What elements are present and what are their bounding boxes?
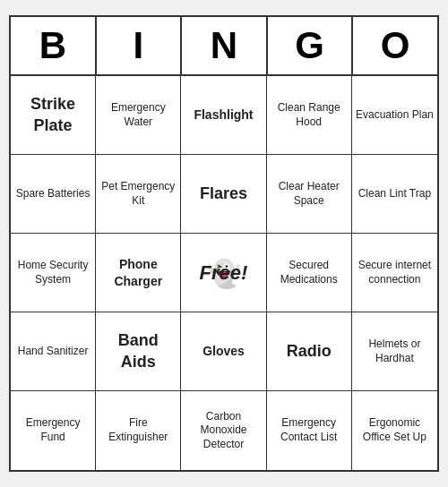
bingo-cell: Emergency Contact List bbox=[267, 391, 352, 470]
bingo-letter: G bbox=[268, 17, 354, 74]
bingo-cell: Strike Plate bbox=[11, 76, 96, 155]
bingo-cell: Emergency Water bbox=[96, 76, 181, 155]
bingo-cell: Clear Heater Space bbox=[267, 155, 352, 234]
cell-label: Spare Batteries bbox=[16, 187, 90, 201]
bingo-cell: Fire Extinguisher bbox=[96, 391, 181, 470]
free-label: Free! bbox=[200, 261, 248, 285]
bingo-cell: Band Aids bbox=[96, 312, 181, 391]
bingo-cell: Gloves bbox=[181, 312, 266, 391]
cell-label: Flashlight bbox=[194, 107, 253, 123]
cell-label: Home Security System bbox=[14, 259, 91, 286]
cell-label: Evacuation Plan bbox=[356, 108, 434, 123]
cell-label: Hand Sanitizer bbox=[18, 345, 89, 359]
cell-label: Band Aids bbox=[99, 330, 177, 372]
cell-label: Clean Lint Trap bbox=[358, 187, 431, 201]
bingo-cell: Hand Sanitizer bbox=[11, 312, 96, 391]
cell-label: Clean Range Hood bbox=[271, 101, 348, 129]
bingo-cell: Flares bbox=[181, 155, 266, 234]
free-wrapper: 👻 Free! bbox=[185, 239, 262, 306]
cell-label: Emergency Contact List bbox=[271, 416, 348, 444]
bingo-letter: I bbox=[97, 17, 183, 74]
cell-label: Secure internet connection bbox=[356, 259, 434, 286]
bingo-letter: N bbox=[182, 17, 268, 74]
cell-label: Emergency Fund bbox=[14, 416, 91, 444]
bingo-header: BINGO bbox=[11, 17, 437, 76]
bingo-cell: Home Security System bbox=[11, 234, 96, 312]
cell-label: Ergonomic Office Set Up bbox=[356, 416, 434, 444]
cell-label: Secured Medications bbox=[271, 259, 348, 286]
bingo-letter: O bbox=[353, 17, 437, 74]
bingo-cell: Radio bbox=[267, 312, 352, 391]
bingo-cell: Spare Batteries bbox=[11, 155, 96, 234]
bingo-cell: Flashlight bbox=[181, 76, 266, 155]
cell-label: Strike Plate bbox=[14, 94, 91, 136]
bingo-cell: Secure internet connection bbox=[352, 234, 437, 312]
bingo-letter: B bbox=[11, 17, 97, 74]
bingo-cell: Pet Emergency Kit bbox=[96, 155, 181, 234]
bingo-cell: Clean Lint Trap bbox=[352, 155, 437, 234]
cell-label: Gloves bbox=[202, 343, 245, 359]
bingo-grid: Strike PlateEmergency WaterFlashlightCle… bbox=[11, 76, 437, 470]
bingo-cell: Emergency Fund bbox=[11, 391, 96, 470]
cell-label: Flares bbox=[200, 184, 247, 204]
bingo-card: BINGO Strike PlateEmergency WaterFlashli… bbox=[9, 15, 439, 472]
bingo-cell: Carbon Monoxide Detector bbox=[181, 391, 266, 470]
bingo-cell: Ergonomic Office Set Up bbox=[352, 391, 437, 470]
cell-label: Pet Emergency Kit bbox=[99, 180, 177, 208]
cell-label: Fire Extinguisher bbox=[99, 416, 177, 444]
bingo-cell: Phone Charger bbox=[96, 234, 181, 312]
cell-label: Helmets or Hardhat bbox=[356, 337, 434, 365]
cell-label: Clear Heater Space bbox=[271, 180, 348, 208]
cell-label: Carbon Monoxide Detector bbox=[185, 410, 262, 452]
cell-label: Emergency Water bbox=[99, 101, 177, 129]
cell-label: Radio bbox=[287, 341, 332, 362]
bingo-cell: Helmets or Hardhat bbox=[352, 312, 437, 391]
cell-label: Phone Charger bbox=[99, 256, 177, 288]
bingo-cell: Clean Range Hood bbox=[267, 76, 352, 155]
bingo-cell: Evacuation Plan bbox=[352, 76, 437, 155]
bingo-cell: Secured Medications bbox=[267, 234, 352, 312]
bingo-cell: 👻 Free! bbox=[181, 234, 266, 312]
